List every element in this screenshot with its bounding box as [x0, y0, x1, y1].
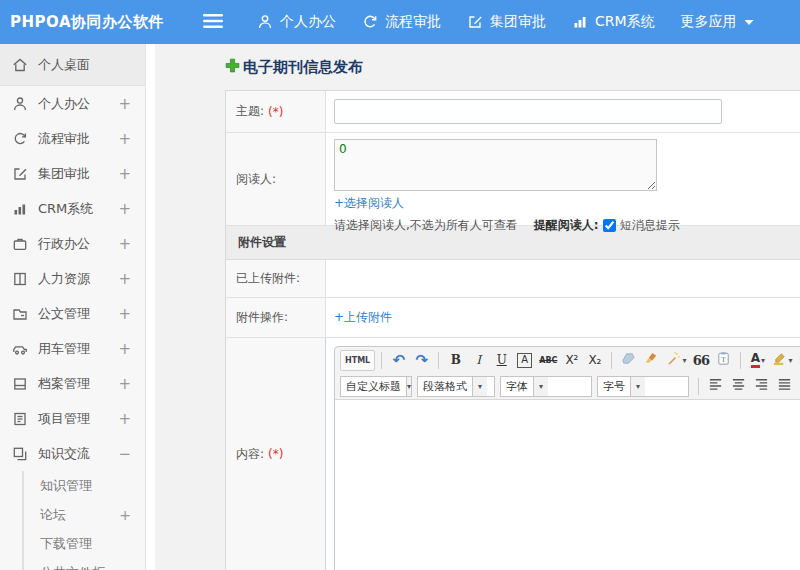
italic-button[interactable]: I	[468, 350, 489, 371]
align-right-button[interactable]	[751, 376, 772, 397]
person-icon	[12, 96, 29, 112]
cycle-icon	[362, 14, 378, 30]
expand-plus-icon[interactable]: +	[118, 270, 131, 288]
sidebar-item-workflow-approval[interactable]: 流程审批 +	[0, 121, 145, 156]
align-justify-button[interactable]	[774, 376, 795, 397]
sidebar-item-knowledge-exchange[interactable]: 知识交流 −	[0, 436, 145, 471]
paste-text-button[interactable]: T	[713, 350, 734, 371]
sidebar-item-personal-office[interactable]: 个人办公 +	[0, 86, 145, 121]
hamburger-menu-button[interactable]	[200, 9, 226, 35]
align-left-button[interactable]	[705, 376, 726, 397]
strikethrough-button[interactable]: ABC	[537, 350, 559, 371]
actions-label-cell: 附件操作:	[226, 298, 326, 337]
page-body: 个人桌面 个人办公 + 流程审批 + 集团审批 + CRM系统 +	[0, 44, 800, 570]
subscript-button[interactable]: X₂	[584, 350, 605, 371]
subject-input[interactable]	[334, 99, 722, 124]
attachment-actions-row: 附件操作: +上传附件	[226, 298, 800, 338]
readers-label-cell: 阅读人:	[226, 133, 326, 225]
main-content: 电子期刊信息发布 主题: (*)	[146, 44, 800, 570]
expand-plus-icon[interactable]: +	[118, 130, 131, 148]
remind-readers-label: 提醒阅读人:	[534, 217, 599, 234]
publish-form: 主题: (*) 阅读人: 0 +选	[225, 90, 800, 570]
select-readers-link[interactable]: +选择阅读人	[334, 195, 404, 212]
border-text-button[interactable]: A	[514, 350, 535, 371]
svg-text:T: T	[722, 356, 727, 364]
highlight-color-button[interactable]: ▾	[770, 350, 794, 371]
sidebar-item-group-approval[interactable]: 集团审批 +	[0, 156, 145, 191]
caret-down-icon: ▾	[630, 377, 645, 396]
expand-plus-icon[interactable]: +	[118, 410, 131, 428]
html-source-button[interactable]: HTML	[340, 350, 375, 371]
editor-content-area[interactable]	[335, 399, 800, 570]
bar-chart-icon	[12, 201, 29, 217]
caret-down-icon: ▾	[472, 377, 487, 396]
caret-down-icon: ▾	[761, 356, 765, 365]
sidebar-item-document-management[interactable]: 公文管理 +	[0, 296, 145, 331]
rich-text-editor: HTML ↶ ↷ B I U A ABC	[334, 346, 800, 570]
collapse-minus-icon[interactable]: −	[118, 445, 131, 463]
superscript-button[interactable]: X²	[561, 350, 582, 371]
align-left-icon	[708, 377, 723, 395]
expand-plus-icon[interactable]: +	[118, 165, 131, 183]
expand-plus-icon[interactable]: +	[118, 305, 131, 323]
format-brush-button[interactable]	[641, 350, 662, 371]
ordered-list-button[interactable]: 123 ▾	[796, 350, 800, 371]
sidebar-subitem-knowledge-management[interactable]: 知识管理	[24, 471, 145, 500]
upload-attachment-link[interactable]: +上传附件	[334, 309, 392, 326]
redo-button[interactable]: ↷	[411, 350, 432, 371]
paragraph-format-select[interactable]: 段落格式 ▾	[417, 376, 495, 397]
brush-icon	[644, 351, 659, 369]
sidebar-subitem-forum[interactable]: 论坛 +	[24, 500, 145, 529]
sidebar: 个人桌面 个人办公 + 流程审批 + 集团审批 + CRM系统 +	[0, 44, 146, 570]
nav-item-more-apps[interactable]: 更多应用	[668, 0, 767, 44]
sidebar-subitem-public-file-cabinet[interactable]: 公共文件柜	[24, 558, 145, 570]
app-logo: PHPOA协同办公软件	[0, 13, 200, 32]
expand-plus-icon[interactable]: +	[118, 340, 131, 358]
undo-button[interactable]: ↶	[388, 350, 409, 371]
sidebar-item-vehicle-management[interactable]: 用车管理 +	[0, 331, 145, 366]
caret-down-icon: ▾	[682, 356, 686, 365]
sidebar-item-project-management[interactable]: 项目管理 +	[0, 401, 145, 436]
nav-item-workflow-approval[interactable]: 流程审批	[349, 0, 454, 44]
required-mark: (*)	[268, 447, 283, 461]
sidebar-item-human-resources[interactable]: 人力资源 +	[0, 261, 145, 296]
autoformat-wand-button[interactable]: ▾	[664, 350, 688, 371]
expand-plus-icon[interactable]: +	[118, 200, 131, 218]
sms-notify-checkbox[interactable]	[603, 219, 616, 232]
subject-label-cell: 主题: (*)	[226, 91, 326, 132]
custom-heading-select[interactable]: 自定义标题 ▾	[340, 376, 412, 397]
nav-item-group-approval[interactable]: 集团审批	[454, 0, 559, 44]
required-mark: (*)	[268, 105, 283, 119]
nav-item-personal-office[interactable]: 个人办公	[244, 0, 349, 44]
uploaded-value-cell	[326, 260, 800, 297]
bar-chart-icon	[572, 14, 588, 30]
expand-plus-icon[interactable]: +	[118, 95, 131, 113]
font-color-button[interactable]: A▾	[747, 350, 768, 371]
home-icon	[12, 57, 29, 73]
font-family-select[interactable]: 字体 ▾	[500, 376, 592, 397]
sidebar-subitem-download-management[interactable]: 下载管理	[24, 529, 145, 558]
underline-button[interactable]: U	[491, 350, 512, 371]
edit-icon	[12, 166, 29, 182]
add-plus-icon	[225, 58, 240, 77]
page-title: 电子期刊信息发布	[225, 58, 800, 77]
readers-textarea[interactable]: 0	[334, 139, 657, 191]
expand-plus-icon[interactable]: +	[119, 507, 131, 523]
sidebar-item-personal-desktop[interactable]: 个人桌面	[0, 44, 145, 86]
blockquote-button[interactable]: 66	[690, 350, 711, 371]
sidebar-item-archive-management[interactable]: 档案管理 +	[0, 366, 145, 401]
subject-row: 主题: (*)	[226, 91, 800, 133]
expand-plus-icon[interactable]: +	[118, 235, 131, 253]
archive-icon	[12, 376, 29, 392]
bold-button[interactable]: B	[445, 350, 466, 371]
nav-item-crm-system[interactable]: CRM系统	[559, 0, 668, 44]
align-center-button[interactable]	[728, 376, 749, 397]
expand-plus-icon[interactable]: +	[118, 375, 131, 393]
editor-toolbar-row-1: HTML ↶ ↷ B I U A ABC	[335, 347, 800, 373]
toolbar-separator	[740, 352, 741, 369]
sidebar-item-admin-office[interactable]: 行政办公 +	[0, 226, 145, 261]
sidebar-item-crm-system[interactable]: CRM系统 +	[0, 191, 145, 226]
eraser-button[interactable]	[618, 350, 639, 371]
content-row: 内容: (*) HTML ↶ ↷	[226, 338, 800, 570]
font-size-select[interactable]: 字号 ▾	[597, 376, 689, 397]
